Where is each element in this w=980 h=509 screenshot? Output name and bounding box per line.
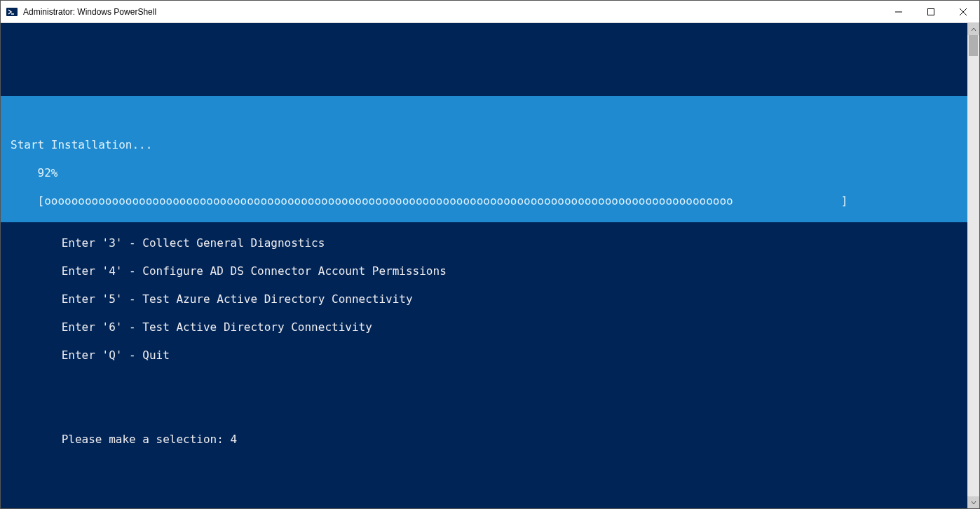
window-title: Administrator: Windows PowerShell	[23, 7, 883, 17]
menu-item-6: Enter '6' - Test Active Directory Connec…	[1, 320, 967, 334]
progress-block: Start Installation... 92% [ooooooooooooo…	[1, 96, 967, 222]
progress-percent: 92%	[1, 166, 967, 180]
progress-title: Start Installation...	[1, 138, 967, 152]
maximize-icon	[927, 8, 934, 15]
titlebar: Administrator: Windows PowerShell	[1, 1, 979, 23]
minimize-icon	[895, 8, 902, 15]
progress-bar: [ooooooooooooooooooooooooooooooooooooooo…	[1, 194, 967, 208]
console-area: Start Installation... 92% [ooooooooooooo…	[1, 23, 979, 508]
scroll-up-button[interactable]	[967, 23, 979, 35]
menu-item-4: Enter '4' - Configure AD DS Connector Ac…	[1, 264, 967, 278]
minimize-button[interactable]	[883, 1, 915, 22]
console-output[interactable]: Start Installation... 92% [ooooooooooooo…	[1, 23, 967, 508]
chevron-up-icon	[971, 27, 976, 32]
scroll-down-button[interactable]	[967, 496, 979, 508]
menu-item-q: Enter 'Q' - Quit	[1, 348, 967, 362]
menu-item-5: Enter '5' - Test Azure Active Directory …	[1, 292, 967, 306]
powershell-icon	[6, 6, 18, 18]
vertical-scrollbar[interactable]	[967, 23, 979, 508]
menu-item-3: Enter '3' - Collect General Diagnostics	[1, 236, 967, 250]
selection-prompt: Please make a selection: 4	[1, 433, 967, 447]
close-icon	[960, 8, 967, 15]
scroll-thumb[interactable]	[969, 35, 978, 56]
close-button[interactable]	[947, 1, 979, 22]
svg-rect-3	[928, 8, 934, 15]
window-controls	[883, 1, 979, 22]
maximize-button[interactable]	[915, 1, 947, 22]
chevron-down-icon	[971, 500, 976, 505]
